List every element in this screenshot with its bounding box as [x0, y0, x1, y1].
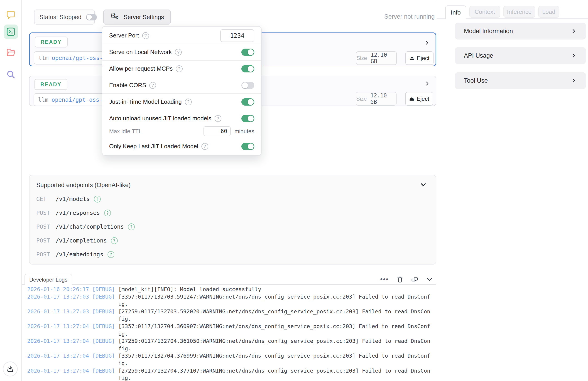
size-value: 12.10 GB	[370, 92, 396, 105]
tab-context[interactable]: Context	[469, 6, 500, 18]
chevron-right-icon	[571, 78, 576, 83]
developer-logs-output[interactable]: 2026-01-16 20:26:17 [DEBUG] [model_kit][…	[27, 286, 436, 381]
log-line: 2026-01-17 13:27:04 [DEBUG] [3357:0117/1…	[27, 323, 432, 337]
model-kind: llm	[38, 96, 48, 103]
developer-logs-tab[interactable]: Developer Logs	[24, 274, 72, 285]
help-icon[interactable]: ?	[185, 99, 192, 105]
server-settings-popover: Server Port ? Serve on Local Network ? A…	[102, 26, 262, 156]
open-in-window-icon[interactable]	[411, 276, 418, 283]
top-divider	[22, 1, 436, 1]
http-method: GET	[36, 196, 51, 202]
setting-label: Auto unload unused JIT loaded models	[109, 115, 211, 122]
model-name-link[interactable]: openai/gpt-oss-2	[51, 96, 106, 103]
setting-row-keep-last: Only Keep Last JIT Loaded Model ?	[102, 138, 261, 154]
server-settings-label: Server Settings	[124, 14, 164, 21]
endpoint-path: /v1/completions	[56, 237, 107, 244]
http-method: POST	[36, 224, 51, 230]
tab-load[interactable]: Load	[538, 6, 559, 18]
eject-label: Eject	[417, 55, 430, 62]
help-icon[interactable]: ?	[149, 82, 156, 89]
toggle-knob	[248, 66, 254, 72]
model-name-link[interactable]: openai/gpt-oss-2	[52, 55, 106, 61]
folder-icon	[6, 47, 16, 58]
eject-icon: ⏏	[409, 96, 415, 102]
cors-toggle[interactable]	[241, 82, 254, 89]
chevron-right-icon[interactable]	[424, 40, 430, 45]
help-icon[interactable]: ?	[176, 65, 183, 72]
chevron-right-icon	[571, 28, 576, 34]
keep-last-toggle[interactable]	[241, 143, 254, 150]
auto-unload-toggle[interactable]	[241, 115, 254, 122]
help-icon[interactable]: ?	[111, 237, 118, 244]
tab-info[interactable]: Info	[445, 5, 466, 19]
card-label: API Usage	[464, 52, 571, 59]
model-size-chip: Size 12.10 GB	[356, 92, 397, 106]
search-icon	[6, 69, 16, 80]
log-line: 2026-01-17 13:27:04 [DEBUG] [3357:0117/1…	[27, 352, 432, 367]
model-config-sidebar: Info Context Inference Load Model Inform…	[437, 0, 588, 381]
eject-label: Eject	[417, 96, 429, 102]
endpoint-path: /v1/models	[56, 196, 90, 202]
terminal-icon	[6, 27, 16, 37]
model-information-card[interactable]: Model Information	[455, 23, 586, 40]
server-port-input[interactable]	[220, 29, 254, 42]
setting-subrow-max-idle: Max idle TTL minutes	[102, 127, 261, 138]
help-icon[interactable]: ?	[201, 143, 208, 150]
endpoints-list: GET /v1/models ? POST /v1/responses ? PO…	[36, 192, 135, 261]
log-line: 2026-01-17 13:27:03 [DEBUG] [3357:0117/1…	[27, 293, 432, 308]
card-label: Model Information	[464, 28, 571, 35]
help-icon[interactable]: ?	[128, 224, 135, 230]
sidebar-item-developer[interactable]	[4, 24, 18, 39]
size-label: Size	[357, 55, 367, 61]
logs-top-divider	[22, 284, 436, 285]
max-idle-input[interactable]	[204, 126, 231, 136]
http-method: POST	[36, 237, 51, 244]
collapse-logs-icon[interactable]	[426, 276, 433, 283]
chat-icon	[6, 10, 16, 20]
max-idle-unit: minutes	[234, 128, 254, 135]
mcps-toggle[interactable]	[241, 65, 254, 72]
help-icon[interactable]: ?	[94, 196, 101, 202]
endpoints-title: Supported endpoints (OpenAI-like)	[36, 182, 131, 189]
card-label: Tool Use	[464, 77, 571, 84]
chevron-right-icon[interactable]	[424, 81, 430, 86]
sidebar-item-files[interactable]	[4, 45, 18, 60]
toggle-knob	[242, 82, 248, 88]
help-icon[interactable]: ?	[104, 210, 111, 216]
downloads-button[interactable]	[3, 361, 18, 377]
help-icon[interactable]: ?	[107, 251, 114, 258]
server-start-toggle[interactable]	[86, 14, 97, 21]
chevron-down-icon[interactable]	[420, 181, 427, 188]
setting-row-cors: Enable CORS ?	[102, 77, 261, 93]
tool-use-card[interactable]: Tool Use	[455, 72, 586, 89]
jit-loading-toggle[interactable]	[241, 98, 254, 106]
log-line: 2026-01-17 13:27:04 [DEBUG] [27259:0117/…	[27, 337, 432, 352]
status-badge: READY	[35, 79, 67, 90]
endpoint-path: /v1/embeddings	[56, 251, 104, 258]
api-usage-card[interactable]: API Usage	[455, 47, 586, 64]
endpoint-row: POST /v1/responses ?	[36, 206, 135, 220]
help-icon[interactable]: ?	[175, 49, 182, 56]
gears-icon: ⚙⚙	[110, 12, 120, 22]
model-kind: llm	[38, 55, 48, 61]
toggle-knob	[248, 143, 254, 149]
tab-inference[interactable]: Inference	[504, 6, 535, 18]
local-network-toggle[interactable]	[241, 49, 254, 56]
chevron-right-icon	[571, 53, 576, 58]
setting-row-server-port: Server Port ?	[102, 27, 261, 44]
help-icon[interactable]: ?	[215, 115, 221, 122]
sidebar-item-discover[interactable]	[4, 67, 18, 82]
endpoint-row: POST /v1/chat/completions ?	[36, 220, 135, 234]
setting-label: Allow per-request MCPs	[109, 65, 173, 72]
eject-button[interactable]: ⏏ Eject	[405, 51, 434, 65]
help-icon[interactable]: ?	[142, 32, 149, 39]
endpoint-row: POST /v1/completions ?	[36, 234, 135, 247]
toggle-knob	[87, 15, 92, 20]
server-settings-button[interactable]: ⚙⚙ Server Settings	[103, 10, 171, 24]
clear-logs-icon[interactable]	[397, 276, 403, 283]
server-status-chip: Status: Stopped	[34, 10, 95, 24]
setting-row-auto-unload: Auto unload unused JIT loaded models ?	[102, 110, 261, 127]
eject-button[interactable]: ⏏ Eject	[405, 92, 433, 106]
toggle-knob	[248, 115, 254, 121]
sidebar-item-chat[interactable]	[4, 7, 18, 22]
